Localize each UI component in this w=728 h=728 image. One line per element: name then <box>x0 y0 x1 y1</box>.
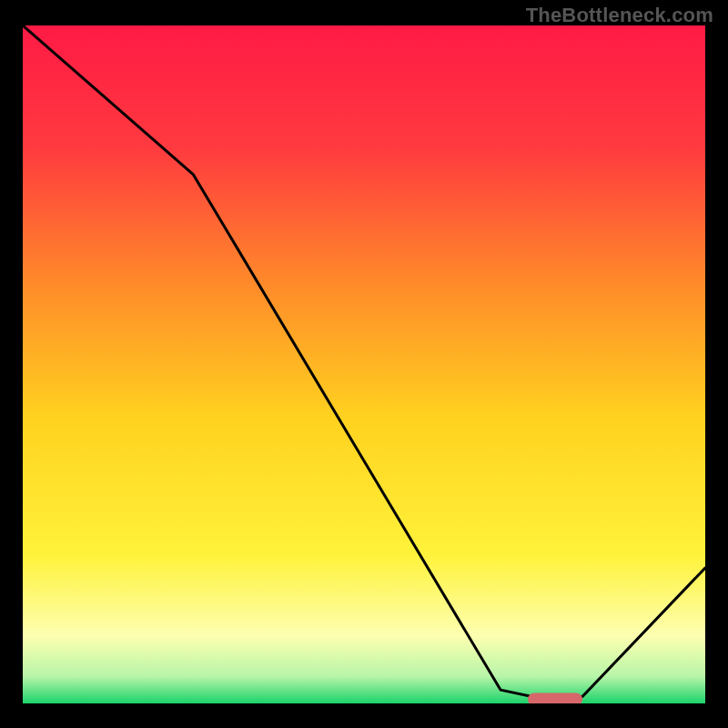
plot-area <box>23 25 705 703</box>
optimal-marker <box>528 693 582 704</box>
watermark-text: TheBottleneck.com <box>526 4 713 27</box>
chart-svg <box>23 25 705 703</box>
chart-container: TheBottleneck.com <box>0 0 728 728</box>
gradient-background <box>23 25 705 703</box>
